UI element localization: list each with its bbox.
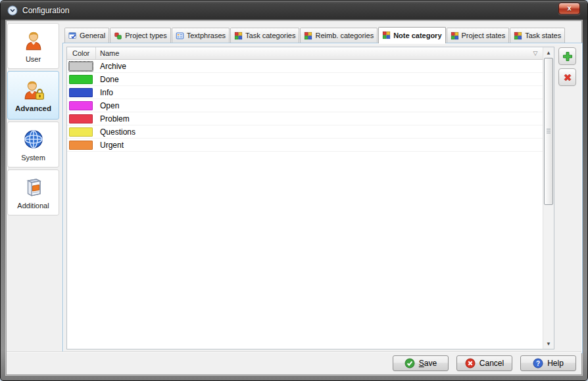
check-circle-icon [404,358,415,369]
window-frame: Configuration x UserAdvancedSystemAdditi… [0,0,588,381]
color-cell [67,88,96,97]
package-icon [22,176,45,198]
table-row[interactable]: Info [67,86,543,99]
footer-bar: SaveCancel?Help [7,351,581,374]
sort-indicator-icon[interactable]: ▽ [528,47,543,59]
table-row[interactable]: Open [67,99,543,112]
sidebar-item-label: Advanced [15,104,51,112]
category-name: Archive [96,62,543,71]
color-swatch[interactable] [69,101,93,110]
sidebar-item-additional[interactable]: Additional [7,169,59,215]
cancel-button[interactable]: Cancel [456,355,512,371]
table-row[interactable]: Problem [67,112,543,125]
window-menu-icon[interactable] [7,5,18,16]
tab-label: Note category [393,32,441,39]
category-name: Problem [96,114,543,123]
category-name: Info [96,88,543,97]
add-icon [562,51,574,62]
sidebar: UserAdvancedSystemAdditional [7,23,59,217]
scrollbar-thumb[interactable] [544,58,553,205]
column-header-name[interactable]: Name [96,47,528,59]
dialog-client-area: UserAdvancedSystemAdditional GeneralProj… [6,20,582,375]
scroll-up-icon[interactable]: ▲ [543,47,554,58]
tab-content: Color Name ▽ ArchiveDoneInfoOpenProblemQ… [62,43,583,353]
button-label: Help [547,359,564,368]
globe-icon [22,128,45,150]
color-squares-icon [304,32,312,40]
table-row[interactable]: Questions [67,125,543,139]
help-circle-icon: ? [533,358,543,369]
tab-general[interactable]: General [64,28,109,43]
sidebar-item-label: User [26,55,41,63]
tab-reimb-categories[interactable]: Reimb. categories [300,28,378,43]
color-swatch[interactable] [69,88,93,97]
sidebar-item-label: Additional [17,202,49,210]
button-label: Cancel [479,359,504,368]
color-squares-icon [451,32,459,40]
column-header-color[interactable]: Color [67,47,96,59]
color-cell [67,75,96,84]
tab-label: Reimb. categories [315,32,374,39]
category-name: Urgent [96,141,543,150]
category-name: Questions [96,127,543,137]
scroll-down-icon[interactable]: ▼ [543,338,554,349]
tab-project-types[interactable]: Project types [110,28,171,43]
close-button[interactable]: x [558,3,580,14]
color-swatch[interactable] [69,114,93,123]
tab-project-states[interactable]: Project states [447,28,510,43]
tab-textphrases[interactable]: Textphrases [172,28,230,43]
category-name: Open [96,101,543,110]
sidebar-item-advanced[interactable]: Advanced [7,71,59,120]
vertical-scrollbar[interactable]: ▲ ▼ [543,47,554,349]
color-swatch[interactable] [69,75,93,84]
form-icon [176,32,184,40]
category-name: Done [96,75,543,84]
save-button[interactable]: Save [393,355,449,371]
delete-button[interactable] [558,68,576,86]
category-table: Color Name ▽ ArchiveDoneInfoOpenProblemQ… [66,47,554,349]
cancel-circle-icon [465,358,476,369]
table-body: ArchiveDoneInfoOpenProblemQuestionsUrgen… [67,60,543,349]
sidebar-item-user[interactable]: User [7,23,59,69]
color-cell [67,62,96,71]
color-swatch[interactable] [69,62,93,71]
tab-strip: GeneralProject typesTextphrasesTask cate… [62,26,583,43]
footer-buttons: SaveCancel?Help [393,355,576,371]
side-actions [558,47,576,349]
tab-label: Project states [462,32,506,39]
titlebar: Configuration x [1,1,587,20]
tab-task-categories[interactable]: Task categories [230,28,299,43]
color-swatch[interactable] [69,141,93,150]
scrollbar-grip [547,129,551,133]
color-cell [67,114,96,123]
delete-icon [562,72,573,83]
button-label: Save [419,359,437,368]
color-cell [67,127,96,137]
table-row[interactable]: Urgent [67,139,543,152]
tab-label: Task categories [245,32,295,39]
color-squares-icon [234,32,243,40]
tab-task-states[interactable]: Task states [510,28,565,43]
scrollbar-track[interactable] [543,58,554,338]
window-check-icon [68,32,77,40]
help-button[interactable]: ?Help [520,355,576,371]
user-lock-icon [22,79,45,101]
color-cell [67,101,96,110]
settings-panel: GeneralProject typesTextphrasesTask cate… [62,26,583,353]
color-cell [67,141,96,150]
tab-label: General [80,32,105,39]
configuration-dialog: Configuration x UserAdvancedSystemAdditi… [0,0,588,381]
tab-label: Project types [125,32,167,39]
window-title: Configuration [22,1,69,20]
add-button[interactable] [558,47,576,65]
tab-note-category[interactable]: Note category [378,27,445,43]
table-row[interactable]: Archive [67,60,543,73]
sidebar-item-system[interactable]: System [7,122,59,168]
sidebar-item-label: System [21,154,45,162]
color-squares-icon [382,31,391,39]
table-header: Color Name ▽ [67,47,543,60]
table-row[interactable]: Done [67,73,543,86]
cubes-icon [114,32,122,40]
svg-text:?: ? [536,360,540,367]
color-swatch[interactable] [69,127,93,137]
